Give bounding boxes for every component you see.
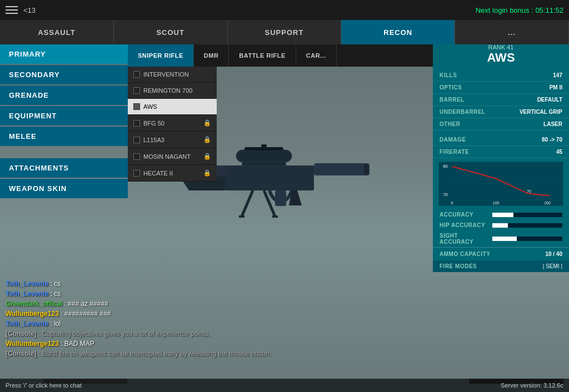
chat-area: Toth_Levente : cs Toth_Levente : cs Gree… [6, 279, 283, 359]
tab-scout[interactable]: SCOUT [114, 20, 228, 44]
sidebar-primary[interactable]: PRIMARY [0, 44, 128, 64]
stat-optics-value: PM II [550, 84, 562, 91]
weapon-item-aws[interactable]: AWS [128, 99, 217, 115]
lock-icon: 🔒 [203, 119, 211, 127]
weapon-checkbox [133, 137, 140, 143]
sidebar-equipment[interactable]: EQUIPMENT [0, 106, 128, 125]
weapon-rank: RANK 41 [438, 44, 563, 51]
stat-damage-label: DAMAGE [440, 137, 466, 143]
weapon-item-hecate[interactable]: HECATE II 🔒 [128, 165, 217, 182]
stat-barrel: BARREL DEFAULT [433, 94, 569, 106]
weapon-item-remington[interactable]: REMINGTON 700 [128, 83, 217, 99]
ammo-capacity-value: 10 / 40 [545, 251, 562, 257]
weapon-checkbox [133, 87, 140, 94]
topbar-left: <13 [6, 6, 36, 14]
svg-rect-5 [314, 163, 370, 175]
weapon-item-bfg50[interactable]: BFG 50 🔒 [128, 115, 217, 132]
tab-battle-rifle[interactable]: BATTLE RIFLE [229, 44, 296, 67]
stat-optics: OPTICS PM II [433, 82, 569, 94]
weapon-name-label: MOSIN NAGANT [143, 153, 191, 160]
weapon-list-panel: INTERVENTION REMINGTON 700 AWS BFG 50 🔒 … [128, 44, 217, 182]
accuracy-label-1: ACCURACY [440, 212, 492, 218]
stat-optics-label: OPTICS [440, 84, 462, 91]
accuracy-bar-bg-3 [492, 237, 562, 241]
chat-line-3: Greendark_offical : ### az ##### [6, 299, 283, 309]
sidebar-grenade[interactable]: GRENADE [0, 86, 128, 105]
stat-damage-value: 80 -> 70 [542, 137, 562, 143]
stat-other-label: OTHER [440, 121, 461, 127]
stat-other: OTHER LASER [433, 118, 569, 130]
stat-underbarrel: UNDERBARREL VERTICAL GRIP [433, 106, 569, 118]
weapon-checkbox [133, 170, 140, 177]
weapon-name-label: INTERVENTION [143, 71, 189, 78]
svg-text:0: 0 [451, 201, 453, 205]
left-sidebar: PRIMARY SECONDARY GRENADE EQUIPMENT MELE… [0, 44, 128, 199]
chat-user: [Console] [6, 330, 36, 338]
chat-user: Greendark_offical [6, 300, 62, 308]
stat-firerate-label: FIRERATE [440, 149, 469, 155]
lock-icon: 🔒 [203, 153, 211, 160]
chat-line-4: Wullumberge123 : ######### ### [6, 309, 283, 319]
svg-rect-2 [261, 144, 267, 147]
sidebar-attachments[interactable]: ATTACHMENTS [0, 158, 128, 178]
sidebar-secondary[interactable]: SECONDARY [0, 65, 128, 84]
accuracy-row-1: ACCURACY [433, 209, 569, 220]
svg-rect-3 [242, 162, 286, 165]
accuracy-bar-fill-3 [492, 237, 517, 241]
accuracy-bar-bg-2 [492, 223, 562, 228]
stat-firerate-value: 45 [556, 149, 562, 155]
accuracy-bar-fill-1 [492, 213, 513, 217]
chat-user: Toth_Levente [6, 320, 48, 328]
lock-icon: 🔒 [203, 169, 211, 177]
stat-other-value: LASER [543, 121, 562, 127]
server-version: Server version: 3.12.6c [501, 382, 563, 389]
bottom-bar: Press '/' or click here to chat Server v… [0, 379, 569, 392]
class-tabs: ASSAULT SCOUT SUPPORT RECON ... [0, 20, 569, 44]
weapon-item-mosin[interactable]: MOSIN NAGANT 🔒 [128, 148, 217, 165]
svg-rect-0 [236, 150, 292, 162]
fire-modes-label: FIRE MODES [440, 263, 477, 269]
chat-hint[interactable]: Press '/' or click here to chat [6, 382, 82, 389]
sidebar-melee[interactable]: MELEE [0, 127, 128, 146]
accuracy-label-3: SIGHT ACCURACY [440, 233, 492, 245]
sidebar-weapon-skin[interactable]: WEAPON SKIN [0, 179, 128, 198]
topbar-title: <13 [23, 6, 36, 14]
tab-assault[interactable]: ASSAULT [0, 20, 114, 44]
stat-kills: KILLS 147 [433, 69, 569, 82]
weapon-checkbox [133, 103, 140, 110]
weapon-name-label: BFG 50 [143, 120, 164, 127]
stat-barrel-value: DEFAULT [537, 97, 562, 103]
stat-barrel-label: BARREL [440, 97, 465, 103]
ammo-capacity-label: AMMO CAPACITY [440, 251, 490, 257]
fire-modes-value: | SEMI | [543, 263, 562, 269]
weapon-checkbox [133, 153, 140, 160]
svg-text:100: 100 [493, 201, 500, 205]
weapon-name-label: AWS [143, 103, 157, 110]
accuracy-bar-bg-1 [492, 213, 562, 217]
tab-recon[interactable]: RECON [341, 20, 455, 44]
ammo-row: AMMO CAPACITY 10 / 40 [433, 247, 569, 260]
chat-line-5: Toth_Levente : lol [6, 319, 283, 329]
svg-text:200: 200 [545, 201, 551, 205]
stat-damage: DAMAGE 80 -> 70 [433, 134, 569, 146]
chat-line-6: [Console] : Capturing objectives gives y… [6, 329, 283, 339]
weapon-name-label: HECATE II [143, 170, 173, 177]
weapon-item-intervention[interactable]: INTERVENTION [128, 67, 217, 83]
tab-support[interactable]: SUPPORT [228, 20, 342, 44]
hamburger-menu[interactable] [6, 6, 18, 14]
svg-rect-6 [364, 164, 368, 174]
weapon-name-display: AWS [438, 51, 563, 65]
weapon-item-l115a3[interactable]: L115A3 🔒 [128, 132, 217, 148]
accuracy-row-2: HIP ACCURACY [433, 220, 569, 230]
stat-kills-value: 147 [553, 72, 562, 78]
chat-user: Wullumberge123 [6, 340, 59, 348]
tab-carbine[interactable]: CAR... [296, 44, 337, 67]
accuracy-row-3: SIGHT ACCURACY [433, 230, 569, 247]
stat-kills-label: KILLS [440, 72, 457, 78]
lock-icon: 🔒 [203, 136, 211, 143]
weapon-name-label: L115A3 [143, 137, 164, 143]
weapon-checkbox [133, 120, 140, 127]
tab-extra[interactable]: ... [455, 20, 569, 44]
svg-text:80: 80 [443, 164, 448, 169]
stat-underbarrel-value: VERTICAL GRIP [520, 109, 562, 115]
